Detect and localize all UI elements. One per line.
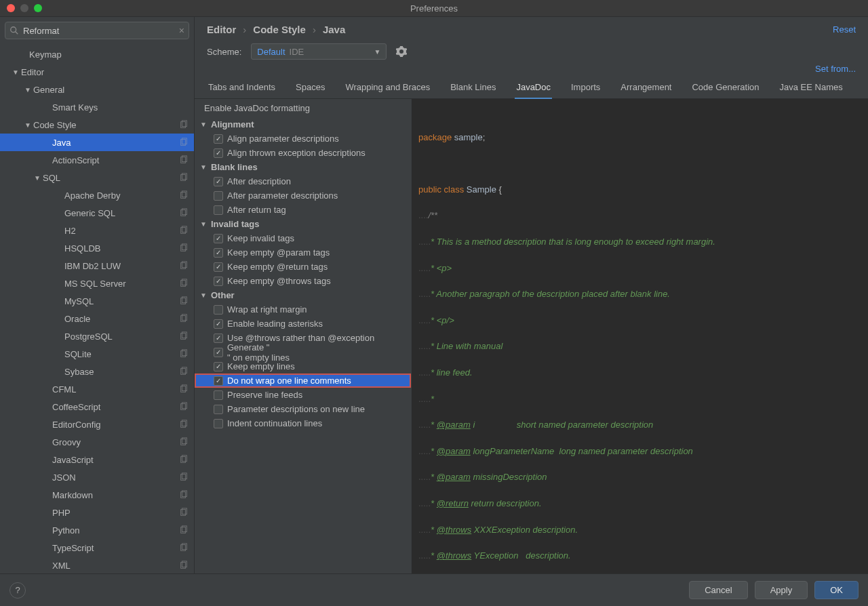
option-group[interactable]: ▼Invalid tags [195, 217, 411, 231]
tree-item[interactable]: XML [0, 557, 194, 573]
copy-icon [179, 367, 189, 376]
scheme-dropdown[interactable]: Default IDE ▼ [251, 43, 387, 60]
option-row[interactable]: Keep empty @throws tags [195, 274, 411, 288]
option-row[interactable]: Indent continuation lines [195, 416, 411, 430]
tree-item[interactable]: H2 [0, 222, 194, 239]
search-input[interactable] [23, 26, 179, 36]
checkbox[interactable] [214, 419, 223, 428]
tree-item[interactable]: PHP [0, 504, 194, 521]
minimize-window-icon[interactable] [20, 4, 28, 12]
scheme-label: Scheme: [207, 47, 241, 57]
maximize-window-icon[interactable] [34, 4, 42, 12]
checkbox[interactable] [214, 405, 223, 414]
tab[interactable]: Tabs and Indents [207, 78, 277, 98]
option-row[interactable]: Align parameter descriptions [195, 132, 411, 146]
tab[interactable]: Imports [570, 78, 601, 98]
tree-item[interactable]: EditorConfig [0, 416, 194, 433]
checkbox[interactable] [214, 205, 223, 215]
checkbox[interactable] [214, 277, 223, 286]
option-row[interactable]: Preserve line feeds [195, 388, 411, 402]
search-input-wrap[interactable]: × [5, 22, 189, 39]
tree-item[interactable]: MySQL [0, 292, 194, 310]
option-row[interactable]: After parameter descriptions [195, 188, 411, 203]
checkbox[interactable] [214, 334, 223, 343]
tree-item[interactable]: Oracle [0, 310, 194, 327]
tree-item[interactable]: HSQLDB [0, 239, 194, 257]
option-row[interactable]: Keep empty @return tags [195, 260, 411, 274]
option-row[interactable]: Keep empty @param tags [195, 245, 411, 260]
tree-item[interactable]: MS SQL Server [0, 275, 194, 292]
checkbox[interactable] [214, 362, 223, 371]
tree-item[interactable]: Python [0, 521, 194, 539]
tree-item[interactable]: Groovy [0, 433, 194, 451]
checkbox[interactable] [214, 134, 223, 144]
tree-item[interactable]: ▼General [0, 81, 194, 98]
copy-icon [179, 349, 189, 359]
tab[interactable]: Wrapping and Braces [344, 78, 431, 98]
tab[interactable]: Spaces [294, 78, 326, 98]
help-button[interactable]: ? [9, 582, 26, 599]
tree-item[interactable]: Apache Derby [0, 186, 194, 204]
tabs: Tabs and IndentsSpacesWrapping and Brace… [195, 78, 868, 99]
checkbox[interactable] [214, 148, 223, 158]
tree-item[interactable]: ▼SQL [0, 169, 194, 186]
tree-item[interactable]: JavaScript [0, 451, 194, 468]
checkbox[interactable] [214, 177, 223, 186]
checkbox[interactable] [214, 191, 223, 201]
reset-link[interactable]: Reset [833, 24, 856, 35]
tree-item[interactable]: Smart Keys [0, 98, 194, 116]
option-row[interactable]: Keep invalid tags [195, 231, 411, 245]
checkbox[interactable] [214, 319, 223, 329]
tree-item[interactable]: ▼Code Style [0, 116, 194, 134]
tree-item[interactable]: ActionScript [0, 151, 194, 169]
option-row[interactable]: Enable leading asterisks [195, 317, 411, 331]
tab[interactable]: Java EE Names [778, 78, 844, 98]
close-window-icon[interactable] [7, 4, 15, 12]
copy-icon [179, 402, 189, 411]
option-group[interactable]: ▼Alignment [195, 117, 411, 132]
content-pane: Editor› Code Style› Java Reset Scheme: D… [195, 17, 868, 573]
set-from-link[interactable]: Set from... [815, 64, 856, 74]
tree-item[interactable]: ▼Editor [0, 63, 194, 81]
ok-button[interactable]: OK [814, 581, 859, 599]
tree-item[interactable]: Markdown [0, 486, 194, 504]
tab[interactable]: Arrangement [619, 78, 673, 98]
tab[interactable]: Code Generation [690, 78, 760, 98]
tree-item[interactable]: IBM Db2 LUW [0, 257, 194, 275]
option-row[interactable]: Align thrown exception descriptions [195, 146, 411, 160]
tree-item[interactable]: TypeScript [0, 539, 194, 557]
checkbox[interactable] [214, 348, 223, 357]
tab[interactable]: JavaDoc [515, 78, 552, 99]
checkbox[interactable] [214, 376, 223, 386]
option-group[interactable]: ▼Blank lines [195, 160, 411, 174]
option-group[interactable]: ▼Other [195, 288, 411, 302]
svg-line-1 [16, 32, 18, 35]
checkbox[interactable] [214, 305, 223, 315]
tree-item[interactable]: JSON [0, 468, 194, 486]
tree-item[interactable]: Generic SQL [0, 204, 194, 222]
option-row[interactable]: Parameter descriptions on new line [195, 402, 411, 416]
cancel-button[interactable]: Cancel [689, 581, 747, 599]
option-row[interactable]: After return tag [195, 203, 411, 217]
tree-item[interactable]: PostgreSQL [0, 327, 194, 345]
checkbox[interactable] [214, 390, 223, 400]
checkbox[interactable] [214, 248, 223, 258]
checkbox[interactable] [214, 262, 223, 272]
option-row[interactable]: Keep empty lines [195, 359, 411, 373]
option-row[interactable]: Generate "" on empty lines [195, 345, 411, 359]
option-row[interactable]: Wrap at right margin [195, 302, 411, 317]
option-row[interactable]: Do not wrap one line comments [195, 373, 411, 388]
tree-item[interactable]: Java [0, 134, 194, 151]
tree-item[interactable]: Keymap [0, 45, 194, 63]
option-row[interactable]: After description [195, 174, 411, 188]
chevron-down-icon: ▼ [374, 48, 380, 56]
clear-search-icon[interactable]: × [179, 25, 184, 36]
tree-item[interactable]: Sybase [0, 363, 194, 380]
gear-icon[interactable] [396, 46, 407, 57]
apply-button[interactable]: Apply [755, 581, 808, 599]
tree-item[interactable]: CoffeeScript [0, 398, 194, 416]
tree-item[interactable]: CFML [0, 380, 194, 398]
checkbox[interactable] [214, 234, 223, 243]
tree-item[interactable]: SQLite [0, 345, 194, 363]
tab[interactable]: Blank Lines [449, 78, 497, 98]
